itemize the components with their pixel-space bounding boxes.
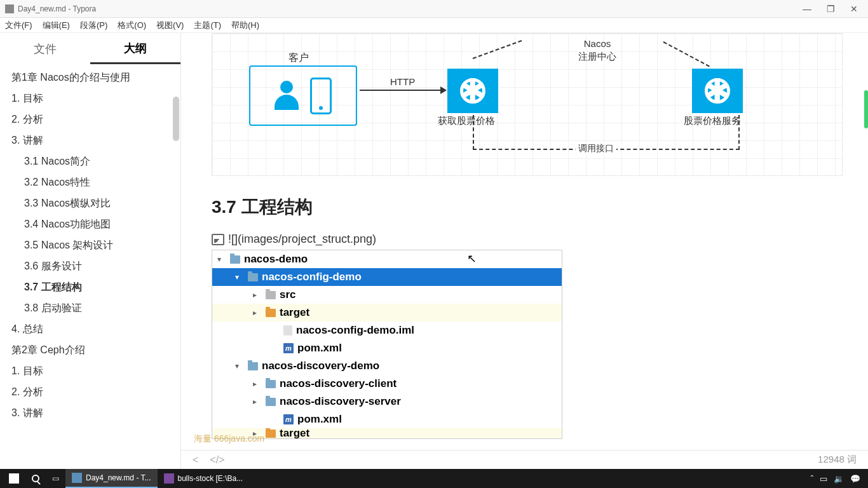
outline-item[interactable]: 3. 讲解 [0,130,180,151]
outline-item[interactable]: 第1章 Nacos的介绍与使用 [0,67,180,88]
editor-scrollbar-track[interactable] [864,33,868,469]
image-markdown-syntax[interactable]: ![](images/project_struct.png) [212,232,843,246]
tree-label: target [280,306,309,319]
tree-row[interactable]: mpom.xml [212,410,562,428]
toggle-source[interactable]: </> [210,454,224,466]
outline-item[interactable]: 3. 讲解 [0,403,180,424]
tree-row[interactable]: ▾nacos-discovery-demo [212,357,562,375]
search-button[interactable] [25,469,46,488]
tree-row[interactable]: mpom.xml [212,339,562,357]
taskbar: ▭ Day4_new.md - T... bulls-stock [E:\Ba.… [0,469,868,488]
menubar: 文件(F) 编辑(E) 段落(P) 格式(O) 视图(V) 主题(T) 帮助(H… [0,18,868,33]
editor-scrollbar-thumb[interactable] [864,90,868,128]
tree-label: pom.xml [297,413,342,426]
windows-icon [9,473,19,484]
diagram-client-label: 客户 [288,51,309,65]
tab-outline[interactable]: 大纲 [90,34,180,64]
chevron-icon[interactable]: ▸ [253,290,262,299]
outline-item[interactable]: 第2章 Ceph介绍 [0,340,180,361]
tree-label: pom.xml [297,342,342,355]
taskview-icon: ▭ [52,474,59,483]
outline-item[interactable]: 1. 目标 [0,88,180,109]
outline-item[interactable]: 2. 分析 [0,382,180,403]
close-button[interactable]: ✕ [850,4,858,14]
tree-row[interactable]: ▾nacos-config-demo [212,268,562,286]
menu-paragraph[interactable]: 段落(P) [80,20,107,31]
section-heading: 3.7 工程结构 [212,195,843,219]
menu-view[interactable]: 视图(V) [156,20,184,31]
http-arrow [360,90,446,91]
start-button[interactable] [3,469,25,488]
folder-icon [266,398,276,406]
outline-item[interactable]: 3.2 Nacos特性 [0,172,180,193]
tree-label: nacos-config-demo.iml [296,324,414,337]
outline-item[interactable]: 3.3 Nacos横纵对比 [0,193,180,214]
outline-item[interactable]: 3.8 启动验证 [0,298,180,319]
outline-item[interactable]: 3.5 Nacos 架构设计 [0,235,180,256]
chevron-icon[interactable]: ▾ [235,273,244,281]
titlebar: Day4_new.md - Typora — ❐ ✕ [0,0,868,18]
chevron-icon[interactable]: ▸ [253,397,262,406]
menu-file[interactable]: 文件(F) [5,20,32,31]
http-label: HTTP [390,76,415,87]
tree-row[interactable]: nacos-config-demo.iml [212,322,562,339]
intellij-icon [164,473,174,484]
diagram-call-label: 调用接口 [576,143,616,154]
editor[interactable]: 客户 HTTP 获取股票价格 Nacos 注册中心 股票价格服务 调用接口 3.… [181,33,868,450]
tree-label: nacos-discovery-demo [262,360,379,372]
menu-theme[interactable]: 主题(T) [194,20,221,31]
outline-item[interactable]: 3.4 Nacos功能地图 [0,214,180,235]
content-area: 客户 HTTP 获取股票价格 Nacos 注册中心 股票价格服务 调用接口 3.… [181,33,868,469]
outline-item[interactable]: 3.1 Nacos简介 [0,151,180,172]
tree-label: nacos-discovery-server [280,395,401,408]
tree-row[interactable]: ▸nacos-discovery-client [212,375,562,393]
chevron-icon[interactable]: ▸ [253,379,262,388]
m-icon: m [283,414,294,424]
sidebar-scrollbar[interactable] [173,97,179,141]
chevron-icon[interactable]: ▸ [253,308,262,317]
person-icon [275,81,299,111]
task-view-button[interactable]: ▭ [46,469,65,488]
chevron-icon[interactable]: ▾ [235,362,244,370]
outline-item[interactable]: 3.7 工程结构 [0,277,180,298]
menu-help[interactable]: 帮助(H) [231,20,259,31]
tree-row[interactable]: ▾nacos-demo [212,250,562,268]
taskbar-intellij[interactable]: bulls-stock [E:\Ba... [158,469,250,488]
typora-icon [72,473,82,483]
diagram-dashed-line-1 [473,40,522,59]
minimize-button[interactable]: — [803,4,811,14]
diagram-client-box [249,65,357,126]
outline-item[interactable]: 1. 目标 [0,361,180,382]
folder-icon [230,255,240,264]
tray-notifications[interactable]: 💬 [850,474,860,484]
tree-row[interactable]: ▸target [212,304,562,322]
taskbar-typora[interactable]: Day4_new.md - T... [65,469,158,488]
phone-icon [310,78,332,114]
chevron-icon[interactable]: ▾ [217,255,226,264]
tab-files[interactable]: 文件 [0,35,90,63]
window-title: Day4_new.md - Typora [18,4,96,13]
tray-overflow[interactable]: ˆ [811,474,813,484]
tray-ime[interactable]: ▭ [820,474,827,484]
tree-row[interactable]: ▸nacos-discovery-server [212,393,562,410]
diagram-dashed-line-2 [663,41,710,67]
diagram-service1 [447,69,498,113]
outline-list[interactable]: 第1章 Nacos的介绍与使用1. 目标2. 分析3. 讲解3.1 Nacos简… [0,65,180,469]
menu-format[interactable]: 格式(O) [118,20,146,31]
outline-item[interactable]: 4. 总结 [0,319,180,340]
picture-icon [212,234,224,245]
diagram-nacos-label: Nacos 注册中心 [578,37,616,62]
tree-label: nacos-discovery-client [280,377,397,390]
menu-edit[interactable]: 编辑(E) [43,20,70,31]
mouse-cursor: ↖ [467,252,477,266]
tree-row[interactable]: ▸target [212,428,562,438]
maximize-button[interactable]: ❐ [827,4,835,14]
folder-gray-icon [266,291,276,299]
word-count[interactable]: 12948 词 [818,454,857,466]
tray-sound[interactable]: 🔉 [834,474,844,484]
tree-row[interactable]: ▸src [212,286,562,304]
outline-item[interactable]: 3.6 服务设计 [0,256,180,277]
nav-back[interactable]: < [193,454,198,466]
outline-item[interactable]: 2. 分析 [0,109,180,130]
folder-orange-icon [266,309,276,317]
